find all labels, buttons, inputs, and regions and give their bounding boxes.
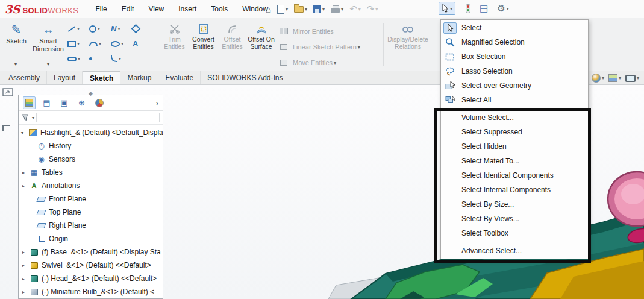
menu-tools[interactable]: Tools [204,2,235,16]
tree-item-head-part[interactable]: ▸ (-) Head_&<1> (Default) <<Default> [19,272,163,285]
collapse-arrow-icon[interactable]: ▾ [21,130,28,136]
mirror-entities-button[interactable]: Mirror Entities [278,24,360,39]
chevron-down-icon[interactable]: ▾ [77,41,80,46]
convert-entities-button[interactable]: Convert Entities [189,22,217,50]
popout-panel-button[interactable] [2,88,13,99]
configurationmanager-tab[interactable]: ▣ [58,96,70,109]
menu-item-select-over-geometry[interactable]: Select over Geometry [441,78,588,93]
options-button[interactable]: ⚙▾ [497,3,508,14]
chevron-down-icon[interactable]: ▾ [119,56,121,61]
ellipse-tool-button[interactable]: ▾ [111,41,133,47]
menu-item-select-by-views[interactable]: Select By Views... [441,212,588,226]
spline-tool-button[interactable]: N▾ [111,24,133,33]
chevron-down-icon[interactable]: ▾ [117,26,120,31]
menu-view[interactable]: View [141,2,171,16]
corner-bracket-button[interactable] [2,124,11,134]
line-tool-button[interactable]: ▾ [67,25,89,33]
tree-item-history[interactable]: ◷ History [19,139,163,153]
menu-item-select-all[interactable]: Select All [441,93,588,107]
menu-file[interactable]: File [88,2,114,16]
expand-arrow-icon[interactable]: ▸ [22,250,30,255]
print-button[interactable]: ▾ [331,5,343,13]
display-delete-relations-button[interactable]: Display/Delete Relations [387,22,429,50]
menu-item-magnified-selection[interactable]: Magnified Selection [441,35,588,49]
tab-evaluate[interactable]: Evaluate [158,71,201,84]
expand-arrow-icon[interactable]: ▸ [22,263,30,268]
chevron-down-icon[interactable]: ▾ [602,75,604,81]
select-tool-button[interactable]: ▾ [439,2,455,15]
apply-scene-button[interactable]: ▾ [608,74,621,82]
smart-dimension-button[interactable]: ↔ Smart Dimension ▾ [31,22,65,52]
offset-entities-button[interactable]: Offset Entities [218,22,246,50]
tree-item-origin[interactable]: Origin [19,232,163,245]
menu-item-select-toolbox[interactable]: Select Toolbox [441,226,588,241]
polygon-tool-button[interactable] [133,25,154,32]
menu-item-select-by-size[interactable]: Select By Size... [441,197,588,212]
menu-item-volume-select[interactable]: Volume Select... [441,110,588,125]
tree-item-annotations[interactable]: ▸ A Annotations [19,179,163,192]
tab-sketch[interactable]: Sketch [83,71,120,84]
fillet-tool-button[interactable]: ▾ [111,55,133,62]
chevron-down-icon[interactable]: ▾ [47,61,49,67]
tab-assembly[interactable]: Assembly [2,71,47,84]
dimxpertmanager-tab[interactable]: ⊕ [75,96,88,109]
tree-item-sensors[interactable]: ◉ Sensors [19,153,163,166]
tab-solidworks-add-ins[interactable]: SOLIDWORKS Add-Ins [201,71,290,84]
menu-item-lasso-selection[interactable]: Lasso Selection [441,64,588,78]
redo-button[interactable]: ↷▾ [367,4,378,14]
chevron-down-icon[interactable]: ▾ [341,7,343,12]
expand-arrow-icon[interactable]: ▸ [22,170,30,175]
menu-item-select-internal-components[interactable]: Select Internal Components [441,183,588,197]
expand-arrow-icon[interactable]: ▸ [22,276,30,282]
text-tool-button[interactable]: A [133,39,154,48]
menu-item-select-mated-to[interactable]: Select Mated To... [441,154,588,168]
slot-tool-button[interactable]: ▾ [67,56,89,61]
chevron-down-icon[interactable]: ▾ [77,26,80,31]
menu-item-select-hidden[interactable]: Select Hidden [441,139,588,154]
menu-item-select-identical-components[interactable]: Select Identical Components [441,168,588,183]
edit-appearance-button[interactable]: ▾ [592,74,604,83]
chevron-down-icon[interactable]: ▾ [98,26,100,31]
circle-tool-button[interactable]: ▾ [89,25,111,33]
chevron-down-icon[interactable]: ▾ [14,61,17,67]
tree-item-miniature-bulb-part[interactable]: ▸ (-) Miniature Bulb_&<1> (Default) < [19,285,163,298]
trim-entities-button[interactable]: Trim Entities [160,22,189,50]
tab-layout[interactable]: Layout [47,71,83,84]
tree-item-top-plane[interactable]: Top Plane [19,206,163,219]
menu-item-select[interactable]: Select [441,20,588,35]
tree-item-swivel-part[interactable]: ▸ Swivel_&<1> (Default) <<Default>_ [19,259,163,272]
rectangle-tool-button[interactable]: ▾ [67,41,89,47]
chevron-down-icon[interactable]: ▾ [322,7,325,12]
new-document-button[interactable]: ▾ [277,5,288,14]
tree-item-front-plane[interactable]: Front Plane [19,192,163,206]
chevron-down-icon[interactable]: ▾ [507,6,509,11]
tab-markup[interactable]: Markup [120,71,158,84]
expand-arrow-icon[interactable]: ▸ [22,183,30,189]
undo-button[interactable]: ↶▾ [349,4,361,14]
chevron-down-icon[interactable]: ▾ [286,7,288,12]
displaymanager-tab[interactable] [93,96,105,109]
offset-on-surface-button[interactable]: Offset On Surface [247,22,275,50]
chevron-down-icon[interactable]: ▾ [32,115,34,121]
rebuild-button[interactable] [466,4,470,13]
sketch-button[interactable]: ✎ Sketch ▾ [2,22,30,45]
menu-edit[interactable]: Edit [114,2,142,16]
view-settings-button[interactable]: ▾ [625,75,639,82]
expand-arrow-icon[interactable]: ▸ [22,289,30,295]
open-button[interactable]: ▾ [294,6,307,13]
tree-item-base-part[interactable]: ▸ (f) Base_&<1> (Default) <Display Sta [19,245,163,259]
home-button[interactable]: ⌂ [266,4,271,14]
chevron-down-icon[interactable]: ▾ [99,41,101,46]
file-properties-button[interactable]: ▤ [480,3,488,14]
propertymanager-tab[interactable]: ▤ [40,96,53,109]
featuremanager-tab[interactable] [23,96,36,109]
tree-item-right-plane[interactable]: Right Plane [19,219,163,232]
chevron-down-icon[interactable]: ▾ [305,7,307,12]
chevron-down-icon[interactable]: ▾ [619,75,621,81]
tree-filter-input[interactable] [36,113,160,122]
point-tool-button[interactable] [89,57,111,60]
menu-item-select-suppressed[interactable]: Select Suppressed [441,125,588,139]
chevron-down-icon[interactable]: ▾ [450,6,452,11]
panel-expand-arrow[interactable]: › [155,98,158,108]
tree-item-tables[interactable]: ▸ ▦ Tables [19,166,163,179]
